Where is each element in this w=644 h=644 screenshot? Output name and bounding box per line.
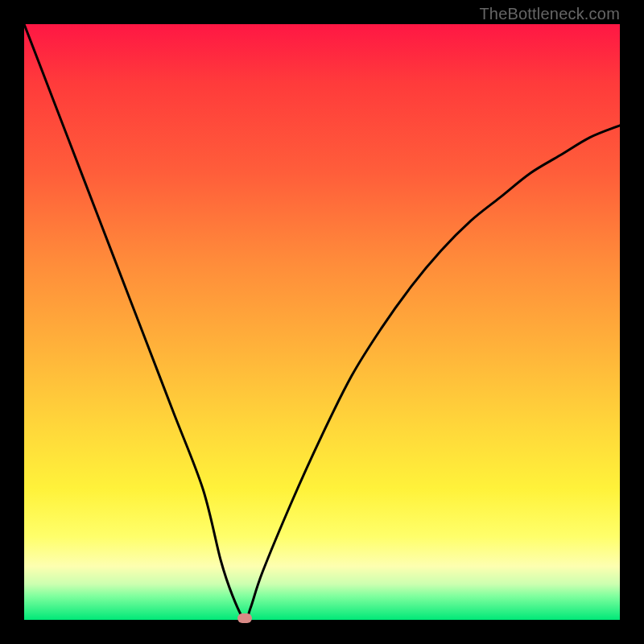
plot-area — [24, 24, 620, 620]
chart-container: TheBottleneck.com — [0, 0, 644, 644]
bottleneck-curve — [24, 24, 620, 620]
watermark-label: TheBottleneck.com — [479, 5, 620, 23]
minimum-marker — [237, 613, 252, 623]
